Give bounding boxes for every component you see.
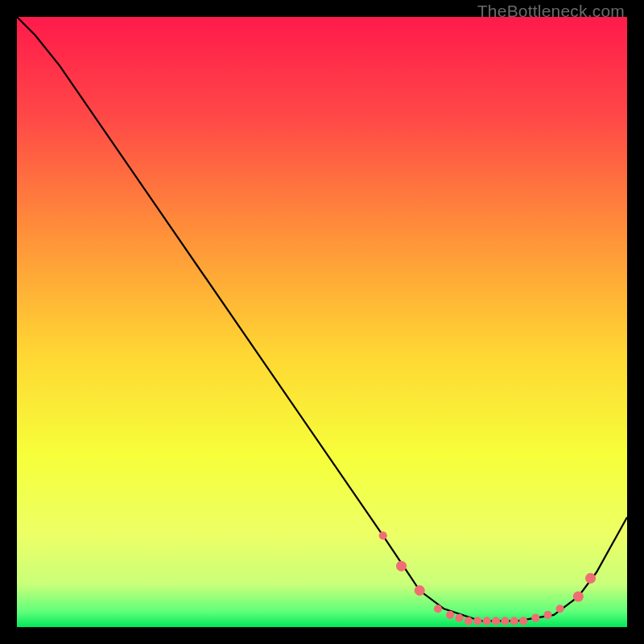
marker-dot	[556, 605, 564, 613]
marker-dot	[379, 531, 387, 539]
marker-dot	[483, 617, 491, 625]
marker-dot	[415, 585, 425, 596]
marker-dot	[501, 617, 509, 625]
marker-dot	[446, 611, 454, 619]
marker-dot	[585, 573, 596, 584]
bottleneck-curve	[17, 17, 627, 621]
marker-dot	[531, 614, 539, 622]
marker-dot	[473, 617, 481, 625]
marker-dot	[434, 605, 442, 613]
marker-dot	[396, 561, 407, 572]
marker-dot	[492, 617, 500, 625]
marker-dot	[519, 617, 527, 625]
marker-dot	[455, 614, 463, 622]
chart-stage: TheBottleneck.com	[0, 0, 644, 644]
marker-dot	[543, 611, 551, 619]
watermark-text: TheBottleneck.com	[477, 2, 625, 21]
marker-dot	[573, 592, 584, 602]
chart-overlay	[17, 17, 627, 627]
marker-dot	[464, 617, 473, 625]
marker-dot	[510, 617, 518, 625]
plot-area	[17, 17, 627, 627]
